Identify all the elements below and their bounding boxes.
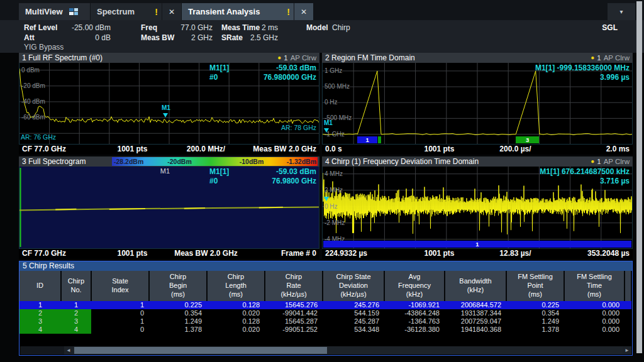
close-icon[interactable]: ✕ <box>162 3 181 20</box>
points: 1001 pts <box>401 249 477 259</box>
marker-m1-icon[interactable] <box>324 197 329 201</box>
y-axis-label: -40 dBm <box>21 98 45 105</box>
table-row[interactable]: 4401.3780.020-99051.252534.348-36128.380… <box>19 326 631 334</box>
window-region-fm-time-domain: 2 Region FM Time Domain ● 1 AP Clrw M1[1… <box>322 53 633 155</box>
panel2-graph: M1[1] -999.158336000 MHz 3.996 µs M1 1 G… <box>322 63 633 145</box>
colorbar-mid2: -10dBm <box>240 157 264 166</box>
chevron-down-icon[interactable]: ▾ <box>608 3 635 20</box>
marker-m1-icon[interactable] <box>163 113 168 118</box>
ref-level-value[interactable]: -25.00 dBm <box>55 23 111 32</box>
column-header[interactable]: Chirp Begin (ms) <box>149 271 207 301</box>
scrollbar-spacer <box>20 346 64 354</box>
table-cell: 0.225 <box>506 301 564 309</box>
table-cell: 1.249 <box>506 317 564 326</box>
scrollbar-track[interactable] <box>73 346 623 354</box>
single-sweep-badge: SGL <box>602 23 618 32</box>
chirp-region-bar[interactable]: 3 <box>516 136 539 143</box>
scale-per-div: 200.0 MHz/ <box>169 145 243 155</box>
panel1-title-bar[interactable]: 1 Full RF Spectrum (#0) ● 1 AP Clrw <box>19 53 319 63</box>
column-header[interactable]: Chirp No. <box>61 271 91 301</box>
panel3-title-bar[interactable]: 3 Full Spectrogram -28.2dBm -20dBm -10dB… <box>19 156 319 167</box>
stop-time: 2.0 ms <box>553 145 630 155</box>
window-chirp-results: 5 Chirp Results IDChirp No.State IndexCh… <box>19 261 633 356</box>
column-header[interactable]: ID <box>19 271 61 301</box>
chirp-region-bar[interactable] <box>378 136 382 143</box>
tab-spectrum[interactable]: Spectrum ! ✕ <box>91 3 181 20</box>
side-panel-handle[interactable] <box>636 1 642 353</box>
panel2-title-bar[interactable]: 2 Region FM Time Domain ● 1 AP Clrw <box>322 53 633 63</box>
scroll-left-icon[interactable]: ◄ <box>64 346 73 354</box>
y-axis-label: 2 MHz <box>325 187 343 194</box>
tab-multiview-label: MultiView <box>19 7 63 16</box>
scroll-right-icon[interactable]: ► <box>623 346 631 354</box>
chirp-region-bar[interactable]: 1 <box>357 136 377 143</box>
y-axis-label: -2 MHz <box>325 219 345 226</box>
y-axis-label: 4 MHz <box>325 170 343 177</box>
panel1-graph: M1[1]-59.03 dBm #076.980000 GHz M1 AR: 7… <box>19 63 319 145</box>
freq-value[interactable]: 77.0 GHz <box>162 23 213 32</box>
column-header[interactable]: Avg Frequency (kHz) <box>384 271 445 301</box>
panel3-title: 3 Full Spectrogram <box>22 156 86 167</box>
column-header[interactable]: Bandwidth (kHz) <box>445 271 506 301</box>
panel3-marker-readout: M1[1]-59.03 dBm #076.9800 GHz <box>209 167 316 186</box>
column-header[interactable]: Chirp State Deviation (kHz/µs) <box>323 271 384 301</box>
panel4-graph: M1[1] 676.214687500 kHz 3.716 µs 4 MHz2 … <box>322 167 633 249</box>
table-cell: -99041.442 <box>265 309 323 317</box>
tab-bar: MultiView Spectrum ! ✕ Transient Analysi… <box>0 0 644 20</box>
table-cell: -1069.921 <box>384 301 445 309</box>
panel4-footer: 224.9332 µs 1001 pts 12.83 µs/ 353.2048 … <box>322 249 633 259</box>
column-header[interactable]: FM Settling Point (ms) <box>506 271 564 301</box>
analyzer-screen: MultiView Spectrum ! ✕ Transient Analysi… <box>0 0 644 362</box>
chirp-region-bar[interactable]: 1 <box>323 241 631 248</box>
table-cell: 2007259.047 <box>445 317 506 326</box>
table-cell: 0 <box>91 326 149 334</box>
yig-bypass-label: YIG Bypass <box>24 43 64 52</box>
marker-m1-label: M1 <box>324 119 333 126</box>
warning-icon: ! <box>155 7 162 17</box>
table-cell: 0.000 <box>564 309 625 317</box>
table-cell: 2 <box>19 309 61 317</box>
att-value[interactable]: 0 dB <box>55 33 111 42</box>
column-header-filler <box>625 271 631 301</box>
scrollbar-thumb[interactable] <box>74 347 327 354</box>
colorbar-min: -28.2dBm <box>114 157 143 166</box>
y-axis-label: 500 MHz <box>325 83 350 90</box>
table-row[interactable]: 3311.2490.12815645.287245.287-1364.76320… <box>19 317 631 326</box>
panel2-marker-readout: M1[1] -999.158336000 MHz 3.996 µs <box>535 63 630 82</box>
panel2-footer: 0.0 s 1001 pts 200.0 µs/ 2.0 ms <box>322 145 633 155</box>
marker-m1-icon[interactable] <box>324 128 329 133</box>
table-row[interactable]: 2200.3540.020-99041.442544.159-43864.248… <box>19 309 631 317</box>
table-cell: 2 <box>61 309 91 317</box>
panel1-footer: CF 77.0 GHz 1001 pts 200.0 MHz/ Meas BW … <box>19 145 319 155</box>
trace-badge: ● 1 AP Clrw <box>591 156 630 167</box>
table-cell: 1931387.344 <box>445 309 506 317</box>
table-row[interactable]: 1110.2250.12815645.276245.276-1069.92120… <box>19 301 631 309</box>
center-freq: CF 77.0 GHz <box>22 249 96 259</box>
table-title-bar[interactable]: 5 Chirp Results <box>19 261 632 271</box>
tab-spectrum-label: Spectrum <box>91 7 135 16</box>
tab-multiview[interactable]: MultiView <box>19 3 90 20</box>
window-full-rf-spectrum: 1 Full RF Spectrum (#0) ● 1 AP Clrw M1[1… <box>19 53 319 155</box>
column-header[interactable]: FM Settling Time (ms) <box>564 271 625 301</box>
model-value[interactable]: Chirp <box>332 23 350 32</box>
frame-number: Frame # 0 <box>243 249 316 259</box>
srate-value[interactable]: 2.5 GHz <box>247 33 278 42</box>
table-cell: 245.276 <box>323 301 384 309</box>
column-header[interactable]: Chirp Length (ms) <box>207 271 265 301</box>
close-icon[interactable]: ✕ <box>294 3 313 20</box>
meas-bw-value[interactable]: 2 GHz <box>162 33 213 42</box>
panel2-title: 2 Region FM Time Domain <box>325 53 415 63</box>
table-cell: 1 <box>91 301 149 309</box>
column-header[interactable]: Chirp Rate (kHz/µs) <box>265 271 323 301</box>
tab-transient-analysis[interactable]: Transient Analysis ! ✕ <box>182 3 313 20</box>
panel3-footer: CF 77.0 GHz 1001 pts Meas BW 2.0 GHz Fra… <box>19 249 319 259</box>
start-time: 0.0 s <box>325 145 401 155</box>
panel1-marker-readout: M1[1]-59.03 dBm #076.980000 GHz <box>209 63 316 82</box>
column-header[interactable]: State Index <box>91 271 149 301</box>
meas-time-value[interactable]: 2 ms <box>247 23 278 32</box>
table-cell: -99051.252 <box>265 326 323 334</box>
panel4-title-bar[interactable]: 4 Chirp (1) Frequency Deviation Time Dom… <box>322 156 633 167</box>
y-axis-label: -60 dBm <box>21 114 45 121</box>
horizontal-scrollbar[interactable]: ◄ ► <box>20 346 631 354</box>
window-full-spectrogram: 3 Full Spectrogram -28.2dBm -20dBm -10dB… <box>19 156 319 259</box>
